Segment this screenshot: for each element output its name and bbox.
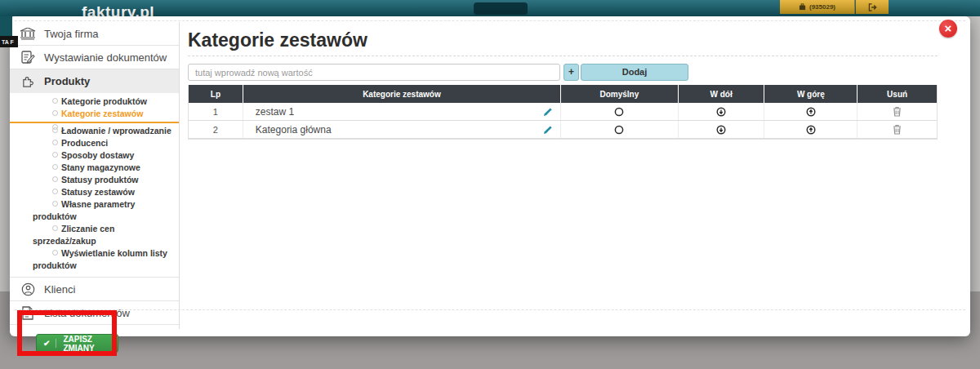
row-lp: 2 bbox=[189, 121, 243, 138]
title-divider bbox=[188, 56, 938, 56]
submenu-item-statusy-produktow[interactable]: Statusy produktów bbox=[10, 174, 179, 186]
move-down-icon[interactable] bbox=[716, 125, 726, 135]
row-name-cell: Kategoria główna bbox=[243, 121, 560, 138]
produkty-submenu: Kategorie produktów Kategorie zestawów Ł… bbox=[10, 93, 179, 278]
bank-icon bbox=[19, 28, 37, 40]
move-up-icon[interactable] bbox=[806, 125, 816, 135]
edit-pencil-icon[interactable] bbox=[543, 125, 553, 135]
row-name: Kategoria główna bbox=[256, 124, 332, 136]
sidebar-item-klienci[interactable]: Klienci bbox=[10, 278, 179, 301]
edit-pencil-icon[interactable] bbox=[543, 107, 553, 117]
sidebar-item-label: Twoja firma bbox=[44, 28, 98, 40]
header-background-edge bbox=[0, 16, 12, 38]
topbar-menu-box bbox=[474, 2, 528, 15]
sidebar-item-label: Klienci bbox=[44, 283, 75, 296]
submenu-item-sposoby-dostawy[interactable]: Sposoby dostawy bbox=[10, 149, 179, 162]
sidebar-item-label: Wystawianie dokumentów bbox=[44, 51, 167, 64]
submenu-item-ladowanie[interactable]: Ładowanie / wprowadzanie bbox=[10, 125, 179, 137]
row-name: zestaw 1 bbox=[256, 106, 294, 118]
active-submenu-underline bbox=[10, 122, 179, 123]
row-lp: 1 bbox=[189, 103, 243, 120]
save-changes-button[interactable]: ✔ ZAPISZ ZMIANY bbox=[36, 334, 118, 353]
submenu-item-kategorie-produktow[interactable]: Kategorie produktów bbox=[10, 96, 179, 108]
document-icon bbox=[19, 306, 37, 320]
radio-default-icon[interactable] bbox=[614, 107, 624, 117]
plus-icon[interactable]: + bbox=[564, 64, 579, 81]
sidebar-item-magazyny[interactable]: Magazyny bbox=[10, 325, 179, 329]
submenu-item-stany-magazynowe[interactable]: Stany magazynowe bbox=[10, 162, 179, 174]
submenu-item-wlasne-parametry[interactable]: Własne parametry produktów bbox=[10, 198, 179, 223]
document-edit-icon bbox=[19, 51, 37, 64]
column-header-w-dol: W dół bbox=[678, 85, 764, 103]
table-row: 1 zestaw 1 bbox=[189, 103, 937, 121]
table-header-row: Lp Kategorie zestawów Domyślny W dół W g… bbox=[189, 85, 937, 103]
sidebar-item-label: Lista dokumentów bbox=[44, 307, 130, 319]
sidebar-item-twoja-firma[interactable]: Twoja firma bbox=[10, 22, 179, 46]
checkmark-icon: ✔ bbox=[37, 339, 56, 348]
sidebar-item-lista-dokumentow[interactable]: Lista dokumentów bbox=[10, 301, 179, 325]
person-icon bbox=[19, 282, 37, 296]
trash-icon[interactable] bbox=[893, 124, 902, 135]
column-header-w-gore: W górę bbox=[764, 85, 857, 103]
modal-content: Kategorie zestawów + Dodaj Lp Kategorie … bbox=[180, 16, 970, 336]
footer-divider bbox=[15, 309, 965, 310]
puzzle-icon bbox=[19, 74, 37, 88]
add-category-row: + Dodaj bbox=[188, 64, 938, 81]
logout-icon bbox=[868, 3, 877, 11]
submenu-item-zliczanie-cen[interactable]: Zliczanie cen sprzedaż/zakup bbox=[10, 223, 179, 247]
submenu-item-kategorie-zestawow[interactable]: Kategorie zestawów bbox=[10, 108, 179, 120]
briefcase-icon bbox=[799, 3, 806, 11]
page-title: Kategorie zestawów bbox=[188, 29, 970, 51]
categories-table: Lp Kategorie zestawów Domyślny W dół W g… bbox=[188, 85, 938, 140]
row-name-cell: zestaw 1 bbox=[243, 103, 560, 120]
table-row: 2 Kategoria główna bbox=[189, 121, 937, 139]
column-header-domyslny: Domyślny bbox=[560, 85, 678, 103]
submenu-item-producenci[interactable]: Producenci bbox=[10, 137, 179, 149]
submenu-item-statusy-zestawow[interactable]: Statusy zestawów bbox=[10, 186, 179, 198]
save-button-label: ZAPISZ ZMIANY bbox=[63, 335, 118, 353]
trash-icon[interactable] bbox=[893, 106, 902, 117]
column-header-kategorie: Kategorie zestawów bbox=[243, 85, 560, 103]
settings-sidebar: Twoja firma Wystawianie dokumentów Produ… bbox=[10, 22, 180, 329]
move-up-icon[interactable] bbox=[806, 107, 816, 117]
add-button[interactable]: Dodaj bbox=[581, 64, 688, 81]
move-down-icon[interactable] bbox=[716, 107, 726, 117]
sidebar-item-label: Produkty bbox=[44, 75, 90, 87]
new-category-input[interactable] bbox=[188, 64, 560, 81]
sidebar-item-wystawianie-dokumentow[interactable]: Wystawianie dokumentów bbox=[10, 46, 179, 69]
sidebar-item-produkty[interactable]: Produkty bbox=[10, 69, 179, 93]
submenu-item-wyswietlanie-kolumn[interactable]: Wyświetlanie kolumn listy produktów bbox=[10, 247, 179, 272]
settings-modal: × Twoja firma Wystawianie dokumentów Pro… bbox=[10, 16, 970, 336]
account-number-badge[interactable]: (935029) bbox=[780, 0, 855, 14]
column-header-usun: Usuń bbox=[857, 85, 937, 103]
radio-default-icon[interactable] bbox=[614, 125, 624, 135]
column-header-lp: Lp bbox=[189, 85, 243, 103]
account-number: (935029) bbox=[809, 3, 835, 11]
side-banner-tab[interactable]: TA F bbox=[0, 36, 18, 47]
logout-button[interactable] bbox=[856, 0, 889, 14]
